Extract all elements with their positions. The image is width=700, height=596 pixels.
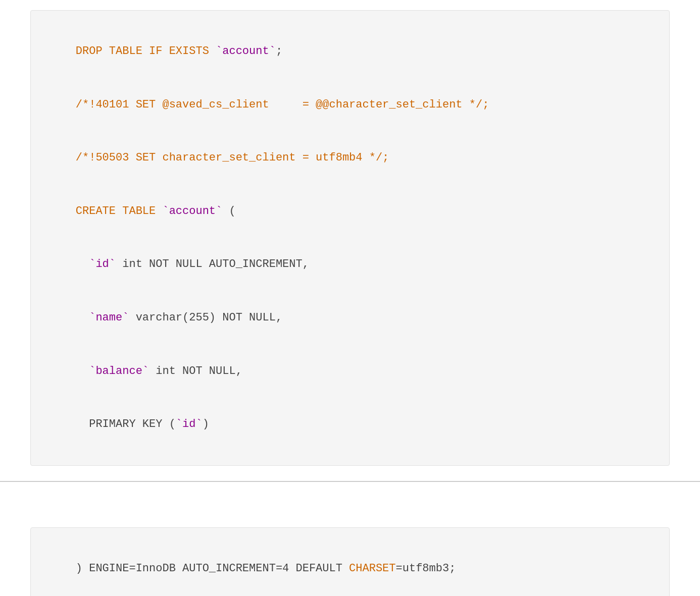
indent	[76, 311, 89, 324]
code-block-1: DROP TABLE IF EXISTS `account`; /*!40101…	[30, 10, 670, 466]
code-line: `balance` int NOT NULL,	[49, 344, 651, 398]
code-line: ) ENGINE=InnoDB AUTO_INCREMENT=4 DEFAULT…	[49, 542, 651, 595]
punctuation: (	[222, 205, 235, 218]
code-line: /*!40101 SET @saved_cs_client = @@charac…	[49, 78, 651, 132]
identifier-name: `name`	[89, 311, 129, 324]
column-def: varchar(255) NOT NULL,	[129, 311, 282, 324]
indent	[76, 258, 89, 270]
engine-line: ) ENGINE=InnoDB AUTO_INCREMENT=4 DEFAULT	[76, 562, 349, 575]
charset-value: =utf8mb3;	[396, 562, 456, 575]
code-line: `name` varchar(255) NOT NULL,	[49, 291, 651, 345]
keyword-charset: CHARSET	[349, 562, 395, 575]
punctuation: )	[203, 418, 209, 430]
column-def: int NOT NULL AUTO_INCREMENT,	[116, 258, 309, 270]
code-line: CREATE TABLE `account` (	[49, 185, 651, 238]
indent	[76, 365, 89, 377]
code-line: PRIMARY KEY (`id`)	[49, 398, 651, 451]
keyword-drop: DROP TABLE IF EXISTS	[76, 45, 216, 58]
punctuation: ;	[276, 45, 282, 58]
identifier-account: `account`	[162, 205, 222, 218]
spacer	[0, 497, 700, 517]
primary-key-line: PRIMARY KEY (	[76, 418, 176, 430]
code-line: /*!50503 SET character_set_client = utf8…	[49, 131, 651, 185]
identifier-id-pk: `id`	[176, 418, 203, 430]
code-line: DROP TABLE IF EXISTS `account`;	[49, 25, 651, 78]
identifier-id: `id`	[89, 258, 116, 270]
comment-line: /*!50503 SET character_set_client = utf8…	[76, 151, 389, 164]
identifier-account: `account`	[216, 45, 276, 58]
code-block-2: ) ENGINE=InnoDB AUTO_INCREMENT=4 DEFAULT…	[30, 527, 670, 597]
column-def: int NOT NULL,	[149, 365, 242, 377]
keyword-create: CREATE TABLE	[76, 205, 163, 218]
code-line: `id` int NOT NULL AUTO_INCREMENT,	[49, 238, 651, 291]
comment-line: /*!40101 SET @saved_cs_client = @@charac…	[76, 98, 489, 111]
identifier-balance: `balance`	[89, 365, 149, 377]
section-divider	[0, 481, 700, 482]
